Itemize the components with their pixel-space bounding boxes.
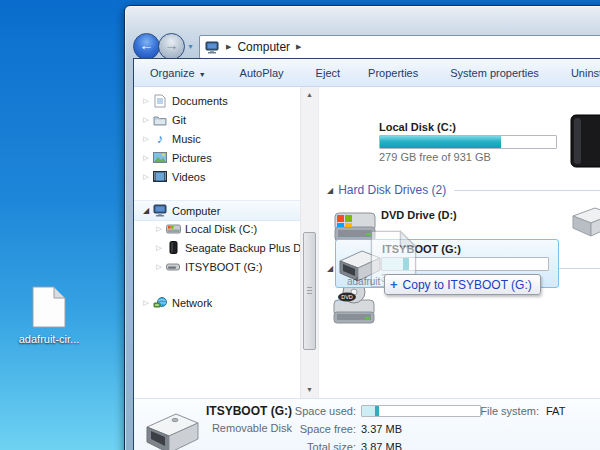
scroll-up-icon[interactable]: ▲ <box>301 87 318 103</box>
scrollbar-grip <box>307 287 312 294</box>
sidebar-item-documents[interactable]: ▷ Documents <box>134 91 300 110</box>
collapsed-arrow-icon[interactable]: ▷ <box>140 299 152 307</box>
toolbar-properties[interactable]: Properties <box>364 64 422 82</box>
computer-icon <box>205 41 220 54</box>
scrollbar-thumb[interactable] <box>303 232 316 350</box>
details-file-system-value: FAT <box>546 405 565 417</box>
external-drive-icon <box>165 240 181 255</box>
desktop: adafruit-cir... ← → ▼ ▶ Computer ▶ ▼ Org… <box>0 0 600 450</box>
removable-drive-icon <box>165 259 181 274</box>
details-pane: ITSYBOOT (G:) Removable Disk Space used:… <box>134 398 600 450</box>
toolbar-organize[interactable]: Organize▼ <box>146 64 210 82</box>
drag-tooltip-text: Copy to ITSYBOOT (G:) <box>403 278 532 292</box>
folder-icon <box>152 112 168 127</box>
local-disk-free-space: 279 GB free of 931 GB <box>379 151 491 163</box>
sidebar-item-music[interactable]: ▷ ♪ Music <box>134 129 300 148</box>
seagate-drive-icon[interactable] <box>569 113 600 171</box>
desktop-file-label: adafruit-cir... <box>14 333 84 345</box>
drive-name-local-disk[interactable]: Local Disk (C:) <box>379 121 456 133</box>
details-total-size-label: Total size: <box>276 441 356 450</box>
history-dropdown-icon[interactable]: ▼ <box>187 43 194 50</box>
document-icon <box>152 93 168 108</box>
explorer-window: ← → ▼ ▶ Computer ▶ ▼ Organize▼ AutoPlay … <box>124 5 600 450</box>
pictures-icon <box>152 150 168 165</box>
desktop-file-adafruit[interactable]: adafruit-cir... <box>14 286 84 345</box>
collapsed-arrow-icon[interactable]: ▷ <box>140 116 152 124</box>
sidebar-item-seagate-drive[interactable]: ▷ Seagate Backup Plus Drive <box>134 238 300 257</box>
group-expand-icon[interactable]: ◢ <box>327 264 333 273</box>
drive-name-dvd[interactable]: DVD Drive (D:) <box>381 209 457 221</box>
hdd-icon <box>165 221 181 236</box>
removable-drive-icon[interactable] <box>565 204 600 248</box>
sidebar-scrollbar[interactable]: ▲ ▼ <box>300 87 318 398</box>
details-space-used-label: Space used: <box>276 405 356 417</box>
chevron-down-icon: ▼ <box>199 71 206 78</box>
breadcrumb-arrow-icon[interactable]: ▶ <box>296 43 301 51</box>
back-button[interactable]: ← <box>133 33 160 60</box>
collapsed-arrow-icon[interactable]: ▷ <box>153 225 165 233</box>
collapsed-arrow-icon[interactable]: ▷ <box>140 154 152 162</box>
document-icon <box>32 286 66 328</box>
sidebar-item-computer[interactable]: ◢ Computer <box>134 200 300 221</box>
details-space-free-label: Space free: <box>276 423 356 435</box>
collapsed-arrow-icon[interactable]: ▷ <box>153 263 165 271</box>
sidebar-item-videos[interactable]: ▷ Videos <box>134 167 300 186</box>
drag-ghost-label: adafruit <box>347 276 380 287</box>
expanded-arrow-icon[interactable]: ◢ <box>140 206 152 215</box>
plus-icon: + <box>390 277 398 292</box>
computer-icon <box>152 203 168 218</box>
breadcrumb-arrow-icon: ▶ <box>226 43 231 51</box>
sidebar-item-local-disk-c[interactable]: ▷ Local Disk (C:) <box>134 219 300 238</box>
collapsed-arrow-icon[interactable]: ▷ <box>140 97 152 105</box>
forward-arrow-icon: → <box>159 37 184 53</box>
group-rule <box>454 190 600 191</box>
address-bar[interactable]: ▶ Computer ▶ ▼ <box>199 35 600 59</box>
network-icon <box>152 295 168 310</box>
collapsed-arrow-icon[interactable]: ▷ <box>140 135 152 143</box>
drag-copy-tooltip: + Copy to ITSYBOOT (G:) <box>384 274 541 295</box>
sidebar-item-itsyboot[interactable]: ▷ ITSYBOOT (G:) <box>134 257 300 276</box>
navigation-pane: ▷ Documents ▷ Git ▷ ♪ Music <box>134 87 300 398</box>
toolbar-system-properties[interactable]: System properties <box>446 64 543 82</box>
details-space-free-value: 3.37 MB <box>361 423 402 435</box>
command-toolbar: Organize▼ AutoPlay Eject Properties Syst… <box>134 59 600 87</box>
file-list-pane: ◢ Hard Disk Drives (2) <box>318 87 600 398</box>
details-file-system-label: File system: <box>434 405 539 417</box>
music-icon: ♪ <box>152 131 168 146</box>
collapsed-arrow-icon[interactable]: ▷ <box>140 173 152 181</box>
details-total-size-value: 3.87 MB <box>361 441 402 450</box>
toolbar-eject[interactable]: Eject <box>312 64 344 82</box>
videos-icon <box>152 169 168 184</box>
sidebar-item-git[interactable]: ▷ Git <box>134 110 300 129</box>
itsyboot-large-icon <box>142 409 200 450</box>
collapsed-arrow-icon[interactable]: ▷ <box>153 244 165 252</box>
sidebar-item-pictures[interactable]: ▷ Pictures <box>134 148 300 167</box>
svg-text:DVD: DVD <box>341 294 353 300</box>
back-arrow-icon: ← <box>134 37 159 53</box>
toolbar-autoplay[interactable]: AutoPlay <box>236 64 288 82</box>
sidebar-item-network[interactable]: ▷ Network <box>134 293 300 312</box>
group-header-hard-disks[interactable]: ◢ Hard Disk Drives (2) <box>327 183 600 197</box>
scroll-down-icon[interactable]: ▼ <box>301 382 318 398</box>
toolbar-uninstall[interactable]: Uninstall or ch <box>567 64 600 82</box>
breadcrumb-computer[interactable]: Computer <box>237 40 290 54</box>
window-client-area: Organize▼ AutoPlay Eject Properties Syst… <box>133 58 600 450</box>
forward-button[interactable]: → <box>158 33 185 60</box>
group-expand-icon[interactable]: ◢ <box>327 186 333 195</box>
local-disk-usage-bar <box>379 135 557 149</box>
